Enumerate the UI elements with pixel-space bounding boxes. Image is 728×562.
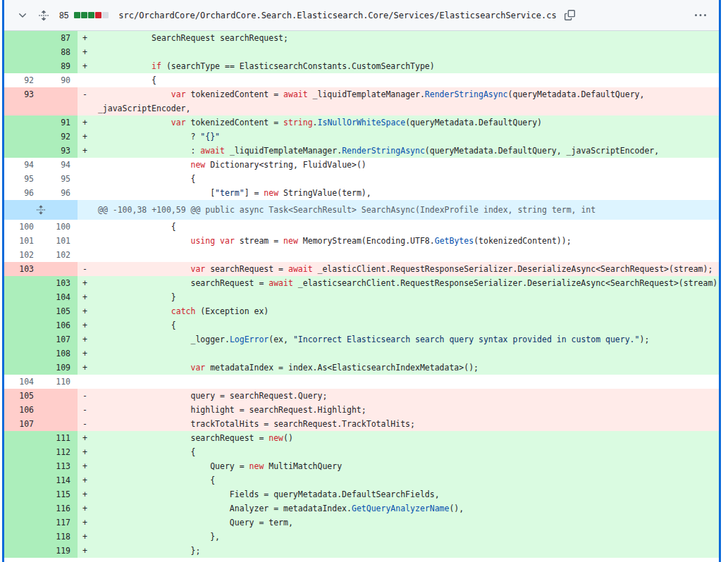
new-line-number[interactable]: 90 xyxy=(41,73,78,87)
old-line-number[interactable]: 103 xyxy=(4,262,41,276)
new-line-number[interactable]: 117 xyxy=(41,516,78,530)
old-line-number[interactable] xyxy=(4,431,41,445)
new-line-number[interactable]: 109 xyxy=(41,361,78,375)
old-line-number[interactable] xyxy=(4,304,41,318)
new-line-number[interactable]: 91 xyxy=(41,115,78,130)
old-line-number[interactable] xyxy=(4,130,41,144)
old-line-number[interactable] xyxy=(4,45,41,59)
old-line-number[interactable]: 93 xyxy=(4,87,41,115)
new-line-number[interactable] xyxy=(41,262,78,276)
new-line-number[interactable]: 100 xyxy=(41,220,78,234)
new-line-number[interactable]: 94 xyxy=(41,158,78,172)
new-line-number[interactable]: 119 xyxy=(41,544,78,558)
diff-row: 105+ catch (Exception ex) xyxy=(4,304,719,318)
new-line-number[interactable]: 102 xyxy=(41,248,78,262)
old-line-number[interactable] xyxy=(4,501,41,516)
new-line-number[interactable]: 95 xyxy=(41,172,78,186)
code-line: { xyxy=(93,473,719,487)
old-line-number[interactable] xyxy=(4,445,41,459)
new-line-number[interactable]: 118 xyxy=(41,530,78,544)
collapse-file-button[interactable] xyxy=(14,7,31,24)
new-line-number[interactable]: 115 xyxy=(41,487,78,501)
new-line-number[interactable]: 87 xyxy=(41,31,78,45)
old-line-number[interactable]: 95 xyxy=(4,172,41,186)
new-line-number[interactable]: 108 xyxy=(41,346,78,361)
old-line-number[interactable] xyxy=(4,473,41,487)
code-line: var tokenizedContent = string.IsNullOrWh… xyxy=(93,115,719,130)
old-line-number[interactable] xyxy=(4,318,41,332)
old-line-number[interactable] xyxy=(4,332,41,346)
code-line: using var stream = new MemoryStream(Enco… xyxy=(93,234,719,248)
old-line-number[interactable]: 104 xyxy=(4,375,41,389)
old-line-number[interactable] xyxy=(4,276,41,290)
old-line-number[interactable] xyxy=(4,487,41,501)
copy-path-button[interactable] xyxy=(562,8,578,23)
old-line-number[interactable] xyxy=(4,516,41,530)
old-line-number[interactable]: 107 xyxy=(4,417,41,431)
new-line-number[interactable]: 106 xyxy=(41,318,78,332)
old-line-number[interactable] xyxy=(4,544,41,558)
old-line-number[interactable] xyxy=(4,144,41,158)
code-line: }, xyxy=(93,530,719,544)
old-line-number[interactable] xyxy=(4,459,41,473)
code-line: if (searchType == ElasticsearchConstants… xyxy=(93,59,719,73)
new-line-number[interactable] xyxy=(41,389,78,403)
old-line-number[interactable] xyxy=(4,115,41,130)
old-line-number[interactable] xyxy=(4,346,41,361)
old-line-number[interactable]: 94 xyxy=(4,158,41,172)
old-line-number[interactable]: 101 xyxy=(4,234,41,248)
code-line: var tokenizedContent = await _liquidTemp… xyxy=(93,87,719,115)
file-path-link[interactable]: src/OrchardCore/OrchardCore.Search.Elast… xyxy=(118,11,556,20)
new-line-number[interactable]: 96 xyxy=(41,186,78,200)
new-line-number[interactable]: 113 xyxy=(41,459,78,473)
new-line-number[interactable]: 112 xyxy=(41,445,78,459)
diff-marker: + xyxy=(78,346,93,361)
diff-marker: + xyxy=(78,115,93,130)
old-line-number[interactable]: 105 xyxy=(4,389,41,403)
expand-hunk-button[interactable] xyxy=(4,200,78,220)
code-line: var metadataIndex = index.As<Elasticsear… xyxy=(93,361,719,375)
file-options-button[interactable] xyxy=(692,7,709,24)
old-line-number[interactable]: 100 xyxy=(4,220,41,234)
new-line-number[interactable]: 92 xyxy=(41,130,78,144)
new-line-number[interactable]: 89 xyxy=(41,59,78,73)
old-line-number[interactable] xyxy=(4,31,41,45)
old-line-number[interactable]: 96 xyxy=(4,186,41,200)
new-line-number[interactable]: 114 xyxy=(41,473,78,487)
new-line-number[interactable]: 105 xyxy=(41,304,78,318)
code-line: : await _liquidTemplateManager.RenderStr… xyxy=(93,144,719,158)
diffstat-square-added xyxy=(81,12,87,18)
expand-all-hunks-button[interactable] xyxy=(35,7,52,24)
new-line-number[interactable]: 104 xyxy=(41,290,78,304)
new-line-number[interactable]: 107 xyxy=(41,332,78,346)
diff-row: 117+ Query = term, xyxy=(4,516,719,530)
old-line-number[interactable]: 92 xyxy=(4,73,41,87)
diff-row: 106- highlight = searchRequest.Highlight… xyxy=(4,403,719,417)
new-line-number[interactable] xyxy=(41,87,78,115)
diff-marker xyxy=(78,375,93,389)
new-line-number[interactable] xyxy=(41,417,78,431)
code-line: query = searchRequest.Query; xyxy=(93,389,719,403)
old-line-number[interactable]: 102 xyxy=(4,248,41,262)
old-line-number[interactable]: 106 xyxy=(4,403,41,417)
new-line-number[interactable] xyxy=(41,403,78,417)
old-line-number[interactable] xyxy=(4,290,41,304)
diff-row: 119+ }; xyxy=(4,544,719,558)
diff-row: 102102 xyxy=(4,248,719,262)
diff-body: 87+ SearchRequest searchRequest;88+89+ i… xyxy=(4,31,719,558)
new-line-number[interactable]: 111 xyxy=(41,431,78,445)
new-line-number[interactable]: 103 xyxy=(41,276,78,290)
old-line-number[interactable] xyxy=(4,530,41,544)
new-line-number[interactable]: 88 xyxy=(41,45,78,59)
diffstat-square-added xyxy=(74,12,80,18)
diff-marker: + xyxy=(78,318,93,332)
new-line-number[interactable]: 101 xyxy=(41,234,78,248)
old-line-number[interactable] xyxy=(4,59,41,73)
new-line-number[interactable]: 110 xyxy=(41,375,78,389)
diff-row: 9494 new Dictionary<string, FluidValue>(… xyxy=(4,158,719,172)
new-line-number[interactable]: 116 xyxy=(41,501,78,516)
old-line-number[interactable] xyxy=(4,361,41,375)
new-line-number[interactable]: 93 xyxy=(41,144,78,158)
code-line: catch (Exception ex) xyxy=(93,304,719,318)
diff-marker xyxy=(78,234,93,248)
